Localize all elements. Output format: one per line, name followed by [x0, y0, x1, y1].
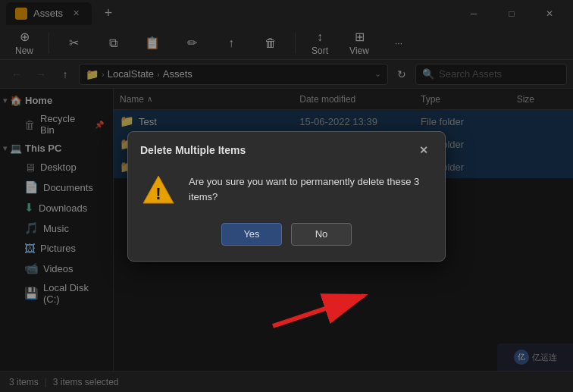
dialog-close-button[interactable]: ✕	[415, 141, 433, 159]
dialog-message: Are you sure you want to permanently del…	[189, 174, 433, 204]
dialog-title: Delete Multiple Items	[140, 144, 246, 156]
dialog-overlay: Delete Multiple Items ✕ ! Are you sure y…	[0, 0, 573, 392]
delete-dialog: Delete Multiple Items ✕ ! Are you sure y…	[127, 131, 446, 262]
warning-icon: !	[140, 171, 177, 208]
dialog-body: ! Are you sure you want to permanently d…	[128, 165, 445, 223]
dialog-footer: Yes No	[128, 223, 445, 261]
no-button[interactable]: No	[291, 223, 352, 246]
dialog-titlebar: Delete Multiple Items ✕	[128, 132, 445, 165]
yes-button[interactable]: Yes	[221, 223, 282, 246]
svg-text:!: !	[155, 184, 161, 203]
